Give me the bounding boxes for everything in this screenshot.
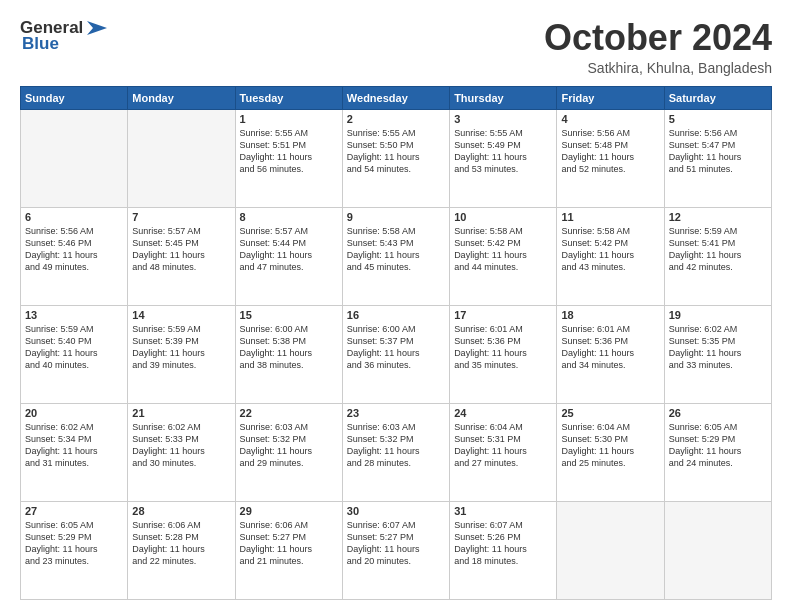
day-number: 1 (240, 113, 338, 125)
col-header-wednesday: Wednesday (342, 86, 449, 109)
day-info: Sunrise: 6:01 AM Sunset: 5:36 PM Dayligh… (561, 323, 659, 372)
day-info: Sunrise: 6:06 AM Sunset: 5:28 PM Dayligh… (132, 519, 230, 568)
day-number: 16 (347, 309, 445, 321)
day-info: Sunrise: 5:58 AM Sunset: 5:42 PM Dayligh… (561, 225, 659, 274)
location: Satkhira, Khulna, Bangladesh (544, 60, 772, 76)
calendar-cell: 13Sunrise: 5:59 AM Sunset: 5:40 PM Dayli… (21, 305, 128, 403)
day-info: Sunrise: 6:06 AM Sunset: 5:27 PM Dayligh… (240, 519, 338, 568)
day-number: 10 (454, 211, 552, 223)
logo-arrow-icon (83, 19, 111, 37)
calendar-cell: 15Sunrise: 6:00 AM Sunset: 5:38 PM Dayli… (235, 305, 342, 403)
day-info: Sunrise: 6:05 AM Sunset: 5:29 PM Dayligh… (25, 519, 123, 568)
day-info: Sunrise: 5:58 AM Sunset: 5:43 PM Dayligh… (347, 225, 445, 274)
day-number: 8 (240, 211, 338, 223)
title-block: October 2024 Satkhira, Khulna, Banglades… (544, 18, 772, 76)
day-info: Sunrise: 6:07 AM Sunset: 5:26 PM Dayligh… (454, 519, 552, 568)
day-info: Sunrise: 6:05 AM Sunset: 5:29 PM Dayligh… (669, 421, 767, 470)
day-number: 29 (240, 505, 338, 517)
day-number: 20 (25, 407, 123, 419)
day-number: 13 (25, 309, 123, 321)
calendar-cell: 7Sunrise: 5:57 AM Sunset: 5:45 PM Daylig… (128, 207, 235, 305)
day-number: 30 (347, 505, 445, 517)
day-info: Sunrise: 6:07 AM Sunset: 5:27 PM Dayligh… (347, 519, 445, 568)
day-info: Sunrise: 6:03 AM Sunset: 5:32 PM Dayligh… (347, 421, 445, 470)
day-info: Sunrise: 5:56 AM Sunset: 5:46 PM Dayligh… (25, 225, 123, 274)
calendar-cell: 3Sunrise: 5:55 AM Sunset: 5:49 PM Daylig… (450, 109, 557, 207)
day-info: Sunrise: 6:04 AM Sunset: 5:30 PM Dayligh… (561, 421, 659, 470)
day-info: Sunrise: 5:59 AM Sunset: 5:40 PM Dayligh… (25, 323, 123, 372)
calendar-cell: 28Sunrise: 6:06 AM Sunset: 5:28 PM Dayli… (128, 501, 235, 599)
day-info: Sunrise: 5:55 AM Sunset: 5:49 PM Dayligh… (454, 127, 552, 176)
calendar-cell: 29Sunrise: 6:06 AM Sunset: 5:27 PM Dayli… (235, 501, 342, 599)
calendar-table: SundayMondayTuesdayWednesdayThursdayFrid… (20, 86, 772, 600)
day-number: 31 (454, 505, 552, 517)
day-number: 11 (561, 211, 659, 223)
day-info: Sunrise: 5:58 AM Sunset: 5:42 PM Dayligh… (454, 225, 552, 274)
day-info: Sunrise: 6:03 AM Sunset: 5:32 PM Dayligh… (240, 421, 338, 470)
calendar-cell: 12Sunrise: 5:59 AM Sunset: 5:41 PM Dayli… (664, 207, 771, 305)
day-number: 12 (669, 211, 767, 223)
calendar-cell: 22Sunrise: 6:03 AM Sunset: 5:32 PM Dayli… (235, 403, 342, 501)
day-info: Sunrise: 6:02 AM Sunset: 5:33 PM Dayligh… (132, 421, 230, 470)
col-header-thursday: Thursday (450, 86, 557, 109)
col-header-sunday: Sunday (21, 86, 128, 109)
day-number: 27 (25, 505, 123, 517)
col-header-monday: Monday (128, 86, 235, 109)
day-info: Sunrise: 5:59 AM Sunset: 5:39 PM Dayligh… (132, 323, 230, 372)
calendar-cell: 1Sunrise: 5:55 AM Sunset: 5:51 PM Daylig… (235, 109, 342, 207)
day-info: Sunrise: 6:04 AM Sunset: 5:31 PM Dayligh… (454, 421, 552, 470)
calendar-cell: 6Sunrise: 5:56 AM Sunset: 5:46 PM Daylig… (21, 207, 128, 305)
calendar-cell: 11Sunrise: 5:58 AM Sunset: 5:42 PM Dayli… (557, 207, 664, 305)
day-info: Sunrise: 5:57 AM Sunset: 5:45 PM Dayligh… (132, 225, 230, 274)
day-number: 19 (669, 309, 767, 321)
calendar-cell: 14Sunrise: 5:59 AM Sunset: 5:39 PM Dayli… (128, 305, 235, 403)
col-header-saturday: Saturday (664, 86, 771, 109)
day-info: Sunrise: 5:59 AM Sunset: 5:41 PM Dayligh… (669, 225, 767, 274)
day-info: Sunrise: 6:01 AM Sunset: 5:36 PM Dayligh… (454, 323, 552, 372)
day-info: Sunrise: 5:56 AM Sunset: 5:48 PM Dayligh… (561, 127, 659, 176)
calendar-cell (664, 501, 771, 599)
calendar-cell: 10Sunrise: 5:58 AM Sunset: 5:42 PM Dayli… (450, 207, 557, 305)
day-number: 24 (454, 407, 552, 419)
day-number: 14 (132, 309, 230, 321)
day-info: Sunrise: 6:00 AM Sunset: 5:37 PM Dayligh… (347, 323, 445, 372)
day-number: 2 (347, 113, 445, 125)
header: General Blue October 2024 Satkhira, Khul… (20, 18, 772, 76)
calendar-cell: 23Sunrise: 6:03 AM Sunset: 5:32 PM Dayli… (342, 403, 449, 501)
calendar-cell (557, 501, 664, 599)
day-number: 23 (347, 407, 445, 419)
calendar-cell: 25Sunrise: 6:04 AM Sunset: 5:30 PM Dayli… (557, 403, 664, 501)
day-number: 3 (454, 113, 552, 125)
day-number: 15 (240, 309, 338, 321)
day-info: Sunrise: 6:02 AM Sunset: 5:34 PM Dayligh… (25, 421, 123, 470)
col-header-friday: Friday (557, 86, 664, 109)
calendar-cell: 8Sunrise: 5:57 AM Sunset: 5:44 PM Daylig… (235, 207, 342, 305)
calendar-cell (128, 109, 235, 207)
day-number: 25 (561, 407, 659, 419)
day-number: 18 (561, 309, 659, 321)
calendar-cell: 27Sunrise: 6:05 AM Sunset: 5:29 PM Dayli… (21, 501, 128, 599)
calendar-cell: 9Sunrise: 5:58 AM Sunset: 5:43 PM Daylig… (342, 207, 449, 305)
calendar-cell: 2Sunrise: 5:55 AM Sunset: 5:50 PM Daylig… (342, 109, 449, 207)
day-number: 21 (132, 407, 230, 419)
logo-blue: Blue (22, 34, 59, 54)
calendar-cell: 21Sunrise: 6:02 AM Sunset: 5:33 PM Dayli… (128, 403, 235, 501)
day-number: 28 (132, 505, 230, 517)
calendar-cell: 24Sunrise: 6:04 AM Sunset: 5:31 PM Dayli… (450, 403, 557, 501)
day-number: 17 (454, 309, 552, 321)
calendar-cell: 4Sunrise: 5:56 AM Sunset: 5:48 PM Daylig… (557, 109, 664, 207)
day-number: 22 (240, 407, 338, 419)
calendar-cell: 31Sunrise: 6:07 AM Sunset: 5:26 PM Dayli… (450, 501, 557, 599)
calendar-cell: 20Sunrise: 6:02 AM Sunset: 5:34 PM Dayli… (21, 403, 128, 501)
calendar-cell: 18Sunrise: 6:01 AM Sunset: 5:36 PM Dayli… (557, 305, 664, 403)
day-info: Sunrise: 5:57 AM Sunset: 5:44 PM Dayligh… (240, 225, 338, 274)
logo: General Blue (20, 18, 111, 54)
day-info: Sunrise: 6:00 AM Sunset: 5:38 PM Dayligh… (240, 323, 338, 372)
svg-marker-0 (87, 21, 107, 35)
page: General Blue October 2024 Satkhira, Khul… (0, 0, 792, 612)
day-info: Sunrise: 5:55 AM Sunset: 5:51 PM Dayligh… (240, 127, 338, 176)
day-info: Sunrise: 5:56 AM Sunset: 5:47 PM Dayligh… (669, 127, 767, 176)
day-number: 7 (132, 211, 230, 223)
day-number: 6 (25, 211, 123, 223)
day-info: Sunrise: 5:55 AM Sunset: 5:50 PM Dayligh… (347, 127, 445, 176)
